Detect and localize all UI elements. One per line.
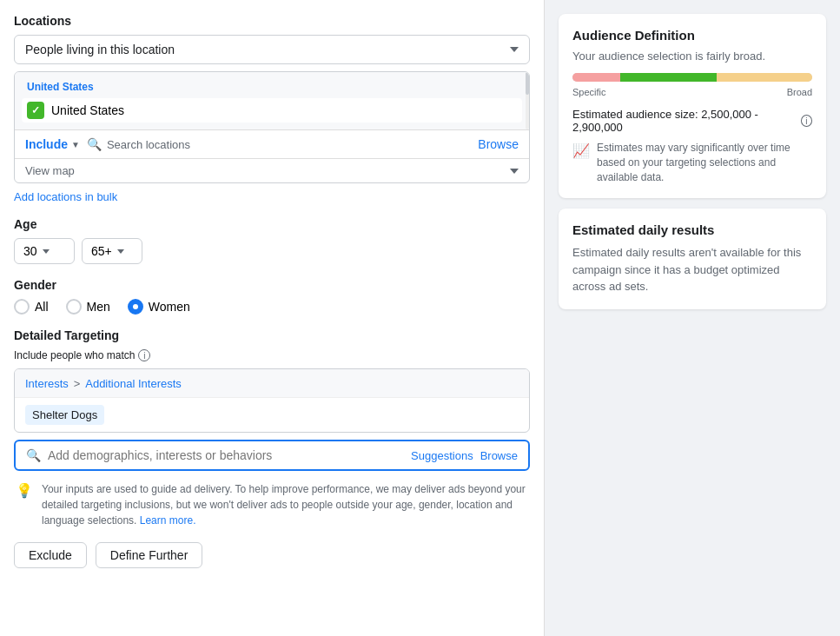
bulb-icon: 💡 <box>16 482 33 499</box>
age-min-arrow-icon <box>43 249 50 254</box>
age-max-arrow-icon <box>117 249 124 254</box>
interest-tag: Shelter Dogs <box>25 405 104 425</box>
gender-all-radio[interactable] <box>14 299 30 315</box>
breadcrumb-row: Interests > Additional Interests <box>15 369 529 397</box>
estimated-daily-card: Estimated daily results Estimated daily … <box>559 209 826 309</box>
notice-box: 💡 Your inputs are used to guide ad deliv… <box>14 481 530 528</box>
bottom-buttons: Exclude Define Further <box>14 542 530 568</box>
include-match-label: Include people who match i <box>14 349 530 361</box>
learn-more-link[interactable]: Learn more. <box>140 514 196 527</box>
location-controls: Include ▼ 🔍 Search locations Browse <box>15 130 529 158</box>
meter-specific-label: Specific <box>572 87 606 97</box>
location-list: United States United States <box>15 72 529 130</box>
gender-all-label: All <box>35 300 49 314</box>
search-locations-area: 🔍 Search locations <box>87 137 471 151</box>
meter-segment-green <box>620 73 716 82</box>
trend-icon: 📈 <box>572 142 590 161</box>
age-controls: 30 65+ <box>14 238 530 264</box>
location-type-dropdown[interactable]: People living in this location <box>14 35 530 64</box>
estimated-daily-title: Estimated daily results <box>572 222 812 237</box>
audience-definition-subtitle: Your audience selection is fairly broad. <box>572 50 812 63</box>
location-box: United States United States Include ▼ 🔍 … <box>14 71 530 183</box>
meter-segment-yellow <box>717 73 812 82</box>
define-further-button[interactable]: Define Further <box>96 542 202 568</box>
dropdown-arrow-icon <box>510 47 519 52</box>
age-min-dropdown[interactable]: 30 <box>14 238 75 264</box>
notice-text: Your inputs are used to guide ad deliver… <box>42 481 528 528</box>
audience-info-icon[interactable]: i <box>801 115 812 127</box>
gender-all-option[interactable]: All <box>14 299 49 315</box>
age-title: Age <box>14 217 530 231</box>
daily-results-text: Estimated daily results aren't available… <box>572 244 812 295</box>
audience-meter-bar <box>572 73 812 82</box>
meter-broad-label: Broad <box>787 87 812 97</box>
breadcrumb-separator: > <box>74 377 81 390</box>
exclude-button[interactable]: Exclude <box>14 542 87 568</box>
gender-controls: All Men Women <box>14 299 530 315</box>
estimate-note: 📈 Estimates may vary significantly over … <box>572 141 812 184</box>
gender-women-option[interactable]: Women <box>128 299 190 315</box>
locations-title: Locations <box>14 14 530 28</box>
location-name: United States <box>51 103 124 117</box>
gender-men-radio[interactable] <box>66 299 82 315</box>
gender-men-option[interactable]: Men <box>66 299 110 315</box>
audience-definition-title: Audience Definition <box>572 28 812 43</box>
meter-labels: Specific Broad <box>572 87 812 97</box>
gender-section: Gender All Men Women <box>14 278 530 315</box>
gender-title: Gender <box>14 278 530 292</box>
targeting-box: Interests > Additional Interests Shelter… <box>14 368 530 433</box>
search-targeting-row[interactable]: 🔍 Suggestions Browse <box>14 440 530 471</box>
age-max-dropdown[interactable]: 65+ <box>82 238 142 264</box>
view-map-label: View map <box>25 164 75 177</box>
gender-men-label: Men <box>87 300 110 314</box>
browse-locations-button[interactable]: Browse <box>478 137 519 151</box>
include-button[interactable]: Include ▼ <box>25 137 80 151</box>
audience-definition-card: Audience Definition Your audience select… <box>559 14 826 198</box>
tag-row: Shelter Dogs <box>15 397 529 432</box>
detailed-targeting-section: Detailed Targeting Include people who ma… <box>14 328 530 471</box>
suggestions-button[interactable]: Suggestions <box>411 449 473 462</box>
search-targeting-icon: 🔍 <box>26 448 41 462</box>
breadcrumb-interests-link[interactable]: Interests <box>25 377 69 390</box>
search-locations-label: Search locations <box>107 138 190 151</box>
view-map-row[interactable]: View map <box>15 158 529 182</box>
info-icon[interactable]: i <box>138 349 150 361</box>
shield-icon <box>27 102 44 119</box>
view-map-arrow-icon <box>510 169 519 174</box>
country-group-label: United States <box>22 79 522 98</box>
include-arrow-icon: ▼ <box>71 140 80 149</box>
detailed-targeting-title: Detailed Targeting <box>14 328 530 342</box>
meter-segment-red <box>572 73 620 82</box>
age-section: Age 30 65+ <box>14 217 530 264</box>
scrollbar-track[interactable] <box>526 72 529 129</box>
audience-size: Estimated audience size: 2,500,000 - 2,9… <box>572 108 812 134</box>
right-panel: Audience Definition Your audience select… <box>545 0 840 636</box>
add-locations-bulk-link[interactable]: Add locations in bulk <box>14 190 530 203</box>
breadcrumb-additional-interests-link[interactable]: Additional Interests <box>85 377 182 390</box>
gender-women-radio[interactable] <box>128 299 143 315</box>
gender-women-label: Women <box>149 300 190 314</box>
search-targeting-input[interactable] <box>48 448 404 462</box>
search-icon: 🔍 <box>87 137 102 151</box>
browse-targeting-button[interactable]: Browse <box>480 449 518 462</box>
location-item: United States <box>22 98 522 123</box>
